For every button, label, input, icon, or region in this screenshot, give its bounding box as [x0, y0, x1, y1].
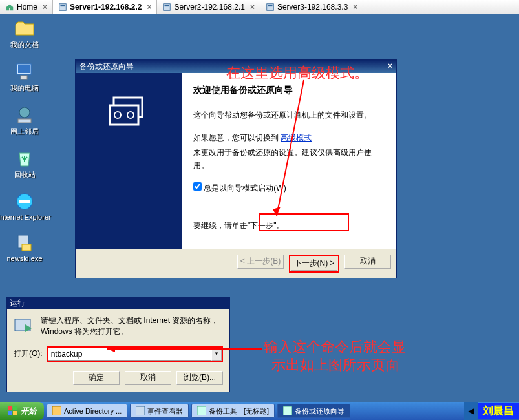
icon-recycle-bin[interactable]: 回收站 [5, 148, 44, 180]
icon-my-documents[interactable]: 我的文档 [5, 18, 44, 50]
tab-server3[interactable]: Server3-192.168.3.3 × [260, 0, 363, 14]
svg-rect-23 [8, 406, 12, 410]
icon-label: 网上邻居 [10, 127, 39, 136]
svg-rect-27 [52, 406, 61, 415]
icon-label: 我的文档 [10, 40, 39, 50]
always-wizard-checkbox[interactable]: 总是以向导模式启动(W) [193, 184, 286, 193]
app-icon [136, 406, 145, 415]
svg-rect-5 [268, 5, 272, 6]
anno-bottom-1: 输入这个命令后就会显 [264, 337, 406, 357]
advanced-mode-link[interactable]: 高级模式 [281, 133, 312, 142]
icon-internet-explorer[interactable]: Internet Explorer [5, 191, 44, 221]
ok-button[interactable]: 确定 [73, 371, 120, 385]
back-button: < 上一步(B) [237, 255, 284, 269]
icon-network-places[interactable]: 网上邻居 [5, 105, 44, 136]
svg-rect-4 [267, 3, 274, 10]
advanced-suffix: 来更改用于备份或还原的设置。建议仅供高级用户使用。 [193, 147, 383, 171]
run-description: 请键入程序、文件夹、文档或 Internet 资源的名称，Windows 将为您… [41, 315, 223, 337]
cancel-button[interactable]: 取消 [125, 371, 171, 385]
backup-wizard: 备份或还原向导 × 欢迎使用备份或还原向导 这个向导帮助您备份或还原计算机上的文… [75, 59, 397, 278]
open-input[interactable] [48, 348, 211, 361]
run-dialog: 运行 请键入程序、文件夹、文档或 Internet 资源的名称，Windows … [6, 297, 230, 392]
start-label: 开始 [21, 406, 36, 417]
wizard-side-graphic [76, 73, 182, 249]
icon-label: newsid.exe [6, 255, 42, 262]
backup-icon [106, 92, 151, 131]
desktop-icons: 我的文档 我的电脑 网上邻居 回收站 Internet Explorer new… [5, 18, 44, 274]
svg-rect-29 [197, 406, 206, 415]
close-icon[interactable]: × [388, 61, 392, 72]
anno-bottom-2: 示出如上图所示页面 [271, 355, 399, 375]
network-icon [14, 105, 35, 125]
server-icon [162, 3, 171, 12]
continue-text: 要继续，请单击"下一步"。 [193, 220, 383, 232]
taskbar-label: 备份或还原向导 [295, 406, 344, 416]
svg-rect-13 [22, 244, 31, 251]
start-button[interactable]: 开始 [0, 402, 44, 420]
svg-rect-26 [13, 411, 17, 415]
tab-label: Server3-192.168.3.3 [277, 3, 348, 12]
exe-icon [14, 233, 35, 253]
folder-icon [14, 18, 35, 39]
app-icon [283, 406, 292, 415]
close-icon[interactable]: × [250, 3, 255, 12]
server-icon [58, 3, 67, 12]
wizard-title-text: 备份或还原向导 [79, 61, 134, 72]
always-wizard-input[interactable] [193, 182, 202, 191]
tab-label: Server2-192.168.2.1 [174, 3, 244, 12]
svg-rect-7 [18, 65, 30, 73]
svg-rect-8 [21, 76, 27, 79]
windows-icon [8, 406, 18, 416]
run-icon [14, 315, 34, 336]
tab-label: Home [17, 3, 37, 12]
close-icon[interactable]: × [353, 3, 357, 12]
icon-label: 回收站 [14, 170, 36, 180]
recycle-icon [14, 148, 35, 169]
svg-rect-30 [283, 406, 292, 415]
wizard-intro: 这个向导帮助您备份或还原计算机上的文件和设置。 [193, 109, 383, 121]
tray-icon[interactable]: ◀ [468, 406, 474, 415]
watermark: 刘晨昌 [478, 403, 519, 419]
run-title: 运行 [10, 298, 25, 309]
remote-tabs: Home × Server1-192.168.2.2 × Server2-192… [0, 0, 519, 14]
wizard-footer: < 上一步(B) 下一步(N) > 取消 [76, 249, 396, 278]
open-combobox[interactable]: ▼ [47, 346, 223, 362]
close-icon[interactable]: × [147, 3, 151, 12]
close-icon[interactable]: × [43, 3, 47, 12]
open-label: 打开(O): [14, 348, 43, 359]
system-tray[interactable]: ◀ [464, 402, 478, 420]
svg-rect-10 [18, 119, 31, 123]
icon-label: Internet Explorer [0, 213, 51, 221]
taskbar: 开始 Active Directory ... 事件查看器 备份工具 - [无标… [0, 402, 519, 420]
svg-rect-24 [13, 406, 17, 410]
icon-my-computer[interactable]: 我的电脑 [5, 61, 44, 93]
tab-label: Server1-192.168.2.2 [70, 3, 142, 12]
browse-button[interactable]: 浏览(B)... [176, 371, 223, 385]
taskbar-item[interactable]: 备份工具 - [无标题] [191, 404, 275, 418]
svg-rect-1 [61, 5, 65, 6]
app-icon [197, 406, 206, 415]
tab-server1[interactable]: Server1-192.168.2.2 × [53, 0, 157, 14]
dropdown-icon[interactable]: ▼ [211, 348, 222, 361]
taskbar-item[interactable]: 备份或还原向导 [277, 404, 350, 418]
home-icon [5, 3, 14, 12]
wizard-heading: 欢迎使用备份或还原向导 [193, 85, 383, 96]
app-icon [52, 406, 61, 415]
computer-icon [14, 61, 35, 82]
tab-home[interactable]: Home × [0, 0, 53, 14]
svg-rect-25 [8, 411, 12, 415]
icon-label: 我的电脑 [10, 83, 39, 93]
taskbar-item[interactable]: 事件查看器 [130, 404, 189, 418]
taskbar-item[interactable]: Active Directory ... [47, 404, 127, 418]
icon-newsid[interactable]: newsid.exe [5, 233, 44, 262]
taskbar-label: 备份工具 - [无标题] [209, 406, 269, 416]
next-button[interactable]: 下一步(N) > [291, 257, 337, 271]
cancel-button[interactable]: 取消 [344, 255, 391, 269]
taskbar-label: 事件查看器 [147, 406, 183, 416]
wizard-titlebar[interactable]: 备份或还原向导 × [76, 60, 396, 73]
advanced-prefix: 如果愿意，您可以切换到 [193, 133, 279, 142]
tab-server2[interactable]: Server2-192.168.2.1 × [157, 0, 260, 14]
checkbox-label: 总是以向导模式启动(W) [204, 184, 286, 193]
server-icon [266, 3, 275, 12]
svg-rect-28 [136, 406, 145, 415]
